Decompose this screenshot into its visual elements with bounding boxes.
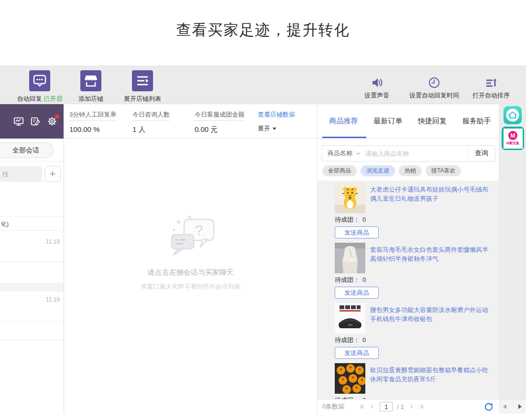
workspace-header <box>0 104 64 139</box>
conversation-time: 11:19 <box>46 238 60 245</box>
product-item: 欧贝拉蛋黄酥雪媚娘面包整箱早餐糕点小吃休闲零食品充饥夜宵5斤 待成团：0 发送商… <box>335 363 493 399</box>
auto-reply-time-button[interactable]: 设置自动回复时间 <box>403 76 465 100</box>
last-page-icon[interactable] <box>418 404 424 409</box>
add-conversation-button[interactable]: + <box>44 166 61 182</box>
filter-hot-sale[interactable]: 热销 <box>399 165 422 176</box>
product-title-link[interactable]: 套装马海毛毛衣女白色套头两件套慵懒风半高领针织半身裙秋冬洋气 <box>370 243 493 273</box>
chat-bubbles-illustration: ? <box>160 213 221 260</box>
product-title-link[interactable]: 大老虎公仔卡通玩具布娃娃玩偶小号毛绒布偶儿童生日礼物送男孩子 <box>370 183 493 213</box>
tab-product-recommend[interactable]: 商品推荐 <box>321 104 366 138</box>
product-image-white-sweater[interactable] <box>335 243 365 273</box>
notes-edit-icon[interactable] <box>30 116 41 127</box>
divider <box>0 161 64 162</box>
expand-list-icon <box>132 70 153 91</box>
horizontal-scrollbar[interactable] <box>499 399 526 414</box>
home-icon <box>505 108 520 122</box>
stat-visitors: 今日咨询人数 1 人 <box>132 110 170 134</box>
sound-settings-button[interactable]: 设置声音 <box>353 76 401 100</box>
product-search-bar: 商品名称 查询 <box>322 145 495 162</box>
right-gutter: M M家交换 <box>499 104 526 414</box>
panel-tabs: 商品推荐 最新订单 快捷回复 服务助手 <box>317 104 499 139</box>
sound-settings-label: 设置声音 <box>364 91 389 100</box>
all-sessions-filter[interactable]: 全部会话 <box>0 142 54 158</box>
auto-sort-label: 打开自动排序 <box>472 91 510 100</box>
tab-quick-replies[interactable]: 快捷回复 <box>410 104 455 138</box>
list-item[interactable]: 化) <box>0 216 64 231</box>
expand-toggle[interactable]: 展开 <box>258 124 295 133</box>
send-product-button[interactable]: 发送商品 <box>335 347 379 359</box>
caret-down-icon <box>273 128 276 130</box>
data-monitor-icon[interactable] <box>13 116 24 127</box>
window-titlebar: × <box>0 48 526 65</box>
prev-page-icon[interactable] <box>370 404 375 409</box>
product-title-link[interactable]: 欧贝拉蛋黄酥雪媚娘面包整箱早餐糕点小吃休闲零食品充饥夜宵5斤 <box>370 363 493 394</box>
stats-bar: 3分钟人工回复率 100.00 % 今日咨询人数 1 人 今日客服成团金额 0.… <box>64 104 317 139</box>
expand-shop-list-label: 展开店铺列表 <box>124 95 161 103</box>
toolbar: 自动回复 已开启 添加店铺 展开店铺列表 <box>0 65 526 104</box>
brand-m-icon: M <box>508 131 517 140</box>
auto-reply-button[interactable]: 自动回复 已开启 <box>13 70 66 103</box>
page-total: / 1 <box>397 403 404 410</box>
brand-logo-button[interactable]: M M家交换 <box>502 127 524 150</box>
auto-reply-time-label: 设置自动回复时间 <box>409 91 459 100</box>
expand-shop-list-button[interactable]: 展开店铺列表 <box>119 70 166 103</box>
product-image-tiger-plush[interactable] <box>335 183 365 213</box>
add-shop-label: 添加店铺 <box>78 95 103 103</box>
pagination-nav: / 1 <box>360 402 424 411</box>
search-field-select[interactable]: 商品名称 <box>322 149 365 158</box>
pending-group-count: 待成团：0 <box>335 215 493 224</box>
svg-text:?: ? <box>195 222 203 238</box>
notification-dot <box>55 114 59 118</box>
pagination-bar: 0条数据 / 1 <box>318 399 499 414</box>
auto-sort-button[interactable]: 打开自动排序 <box>463 76 519 100</box>
page-number-input[interactable] <box>380 402 393 411</box>
product-item: 腰包男女多功能大容量防泼水耐磨户外运动手机钱包牛津布收银包 待成团：0 发送商品 <box>335 303 493 359</box>
view-shop-data-link[interactable]: 查看店铺数据 <box>258 111 295 118</box>
chat-bubble-icon <box>29 70 50 91</box>
tab-service-assistant[interactable]: 服务助手 <box>454 104 499 138</box>
list-separator <box>0 283 64 291</box>
banner-title: 查看买家足迹，提升转化 <box>0 20 526 40</box>
send-product-button[interactable]: 发送商品 <box>335 287 379 299</box>
next-page-icon[interactable] <box>408 404 414 409</box>
product-filters: 全部商品 浏览足迹 热销 猜TA喜欢 <box>322 165 461 176</box>
tab-latest-orders[interactable]: 最新订单 <box>366 104 410 138</box>
auto-reply-status: 已开启 <box>44 95 62 102</box>
conversation-text-fragment: 化) <box>1 220 9 228</box>
product-title-link[interactable]: 腰包男女多功能大容量防泼水耐磨户外运动手机钱包牛津布收银包 <box>370 303 493 334</box>
product-panel: 商品名称 查询 全部商品 浏览足迹 热销 猜TA喜欢 <box>317 139 499 414</box>
product-list: 大老虎公仔卡通玩具布娃娃玩偶小号毛绒布偶儿童生日礼物送男孩子 待成团：0 发送商… <box>318 181 499 399</box>
send-product-button[interactable]: 发送商品 <box>335 226 379 238</box>
product-image-pastries[interactable] <box>335 363 365 394</box>
home-bubble-button[interactable] <box>504 106 522 124</box>
product-name-input[interactable] <box>365 150 468 157</box>
product-item: 套装马海毛毛衣女白色套头两件套慵懒风半高领针织半身裙秋冬洋气 待成团：0 发送商… <box>335 243 493 299</box>
list-item[interactable]: 11:19 <box>0 291 64 322</box>
conversation-search-input[interactable]: 找 <box>0 166 42 182</box>
query-button[interactable]: 查询 <box>468 149 495 158</box>
empty-state-title: 请点击左侧会话与买家聊天 <box>64 268 317 277</box>
clock-icon <box>427 76 441 89</box>
scroll-right-arrow-icon[interactable] <box>518 404 522 409</box>
shop-icon <box>80 70 101 91</box>
brand-logo-card: M M家交换 <box>504 129 523 149</box>
speaker-icon <box>370 76 384 89</box>
settings-gear-icon[interactable] <box>47 116 57 127</box>
conversation-sidebar: 全部会话 找 + 化) 11:19 11:19 <box>0 139 64 414</box>
list-item[interactable] <box>0 322 64 340</box>
filter-guess-like[interactable]: 猜TA喜欢 <box>426 165 461 176</box>
chat-area: ? 请点击左侧会话与买家聊天 将窗口最大化即可看到所有会话列表 <box>64 139 317 414</box>
refresh-icon[interactable] <box>484 402 493 411</box>
stat-reply-rate: 3分钟人工回复率 100.00 % <box>69 110 116 133</box>
add-shop-button[interactable]: 添加店铺 <box>70 70 112 103</box>
pending-group-count: 待成团：0 <box>335 276 493 284</box>
chevron-down-icon <box>356 152 361 155</box>
first-page-icon[interactable] <box>360 404 365 409</box>
scroll-left-arrow-icon[interactable] <box>503 404 506 409</box>
product-image-waist-bag[interactable] <box>335 303 365 334</box>
list-item[interactable]: 11:19 <box>0 231 64 262</box>
filter-all-products[interactable]: 全部商品 <box>322 165 357 176</box>
conversation-time: 11:19 <box>46 296 60 303</box>
filter-browse-footprints[interactable]: 浏览足迹 <box>361 165 395 176</box>
pending-group-count: 待成团：0 <box>335 336 493 345</box>
